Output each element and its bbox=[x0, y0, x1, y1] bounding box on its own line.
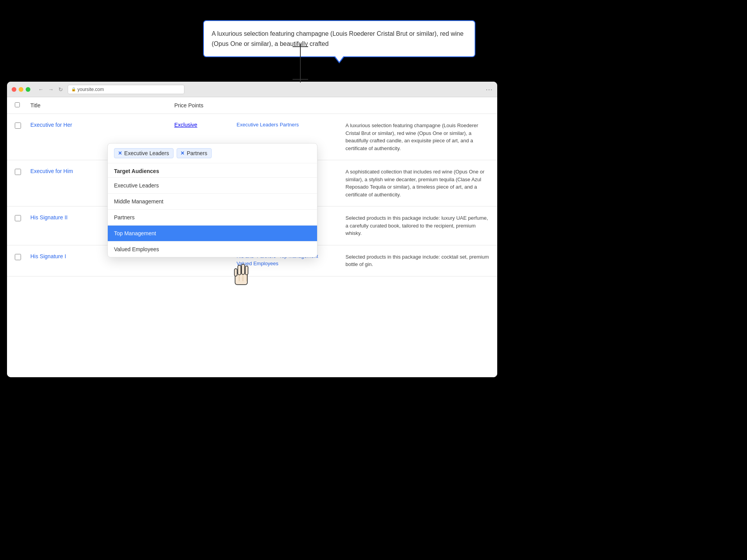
audience-dropdown[interactable]: × Executive Leaders × Partners Target Au… bbox=[107, 143, 317, 257]
nav-buttons: ← → ↻ bbox=[37, 86, 65, 93]
row-price-her[interactable]: Exclusive bbox=[174, 122, 197, 128]
description-tooltip: A luxurious selection featuring champagn… bbox=[203, 20, 475, 57]
dropdown-header: × Executive Leaders × Partners bbox=[108, 144, 317, 163]
select-all-checkbox[interactable] bbox=[15, 102, 20, 107]
traffic-lights bbox=[12, 87, 30, 92]
audience-tag-partners[interactable]: Partners bbox=[280, 122, 299, 128]
audience-search-input[interactable] bbox=[215, 150, 311, 156]
row-title-executive-for-her[interactable]: Executive for Her bbox=[30, 122, 72, 128]
selected-tag-partners[interactable]: × Partners bbox=[177, 148, 212, 158]
dropdown-item-middle-management[interactable]: Middle Management bbox=[108, 193, 317, 209]
url-text: yoursite.com bbox=[77, 87, 104, 92]
audience-tags-her: Executive Leaders Partners bbox=[237, 122, 345, 128]
row-description-her: A luxurious selection featuring champagn… bbox=[345, 122, 489, 152]
row-description-sig1: Selected products in this package includ… bbox=[345, 253, 489, 268]
browser-window: ← → ↻ 🔒 yoursite.com ⋯ Title Price Point… bbox=[7, 82, 497, 377]
browser-titlebar: ← → ↻ 🔒 yoursite.com ⋯ bbox=[7, 82, 497, 97]
row-checkbox-him[interactable] bbox=[15, 169, 21, 175]
dropdown-item-partners[interactable]: Partners bbox=[108, 209, 317, 225]
tooltip-text: A luxurious selection featuring champagn… bbox=[212, 30, 463, 47]
dropdown-item-valued-employees[interactable]: Valued Employees bbox=[108, 241, 317, 257]
audience-tag-executive-leaders[interactable]: Executive Leaders bbox=[237, 122, 278, 128]
audience-tag-valued-employees-sig1[interactable]: Valued Employees bbox=[237, 261, 278, 266]
row-description-sig2: Selected products in this package includ… bbox=[345, 214, 489, 237]
row-title-executive-for-him[interactable]: Executive for Him bbox=[30, 168, 73, 174]
refresh-button[interactable]: ↻ bbox=[57, 86, 65, 93]
row-title-his-signature-ii[interactable]: His Signature II bbox=[30, 214, 68, 220]
back-button[interactable]: ← bbox=[37, 86, 45, 93]
remove-executive-leaders-button[interactable]: × bbox=[118, 150, 122, 156]
address-bar[interactable]: 🔒 yoursite.com bbox=[68, 85, 184, 94]
row-description-him: A sophisticated collection that includes… bbox=[345, 168, 489, 198]
selected-tag-executive-leaders[interactable]: × Executive Leaders bbox=[114, 148, 174, 158]
dropdown-section-title: Target Audiences bbox=[108, 163, 317, 177]
minimize-button[interactable] bbox=[19, 87, 23, 92]
dropdown-item-top-management[interactable]: Top Management bbox=[108, 225, 317, 241]
price-column-header: Price Points bbox=[174, 102, 237, 108]
forward-button[interactable]: → bbox=[47, 86, 55, 93]
tag-label-executive-leaders: Executive Leaders bbox=[124, 150, 169, 156]
row-checkbox-her[interactable] bbox=[15, 122, 21, 129]
row-title-his-signature-i[interactable]: His Signature I bbox=[30, 253, 66, 259]
row-checkbox-sig1[interactable] bbox=[15, 254, 21, 260]
dropdown-item-executive-leaders[interactable]: Executive Leaders bbox=[108, 177, 317, 193]
title-column-header: Title bbox=[30, 102, 174, 108]
remove-partners-button[interactable]: × bbox=[181, 150, 184, 156]
lock-icon: 🔒 bbox=[71, 87, 76, 91]
table-header: Title Price Points bbox=[7, 97, 497, 114]
close-button[interactable] bbox=[12, 87, 16, 92]
tag-label-partners: Partners bbox=[187, 150, 207, 156]
row-checkbox-sig2[interactable] bbox=[15, 215, 21, 221]
browser-menu-button[interactable]: ⋯ bbox=[486, 85, 493, 94]
maximize-button[interactable] bbox=[26, 87, 30, 92]
